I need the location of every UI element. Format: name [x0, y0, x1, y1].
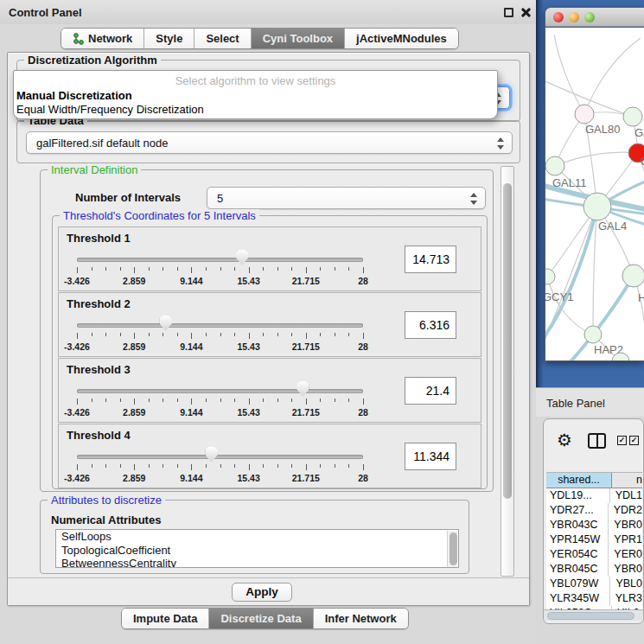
settings-scrollbar[interactable] [501, 166, 514, 577]
scrollbar-thumb[interactable] [450, 532, 457, 565]
table-row[interactable]: YDR27...YDR2 [546, 503, 642, 518]
slider[interactable]: -3.4262.8599.14415.4321.71528 [59, 445, 400, 488]
table-cell[interactable]: YDL19... [546, 488, 610, 503]
threshold-value-field[interactable]: 6.316 [405, 311, 456, 339]
threshold-value-field[interactable]: 21.4 [405, 377, 456, 405]
network-node[interactable] [575, 105, 594, 124]
table-row[interactable]: YPR145WYPR1 [546, 532, 642, 547]
table-cell[interactable]: YDR27... [546, 503, 609, 518]
table-row[interactable]: YLR345WYLR3 [546, 591, 642, 606]
attribute-item[interactable]: TopologicalCoefficient [56, 544, 458, 558]
slider-tick [163, 333, 163, 336]
column-layout-icon[interactable] [588, 433, 606, 449]
tab-infer-network[interactable]: Infer Network [314, 609, 408, 628]
threshold-value-field[interactable]: 11.344 [405, 443, 456, 470]
node-table: shared... n YDL19...YDL1YDR27...YDR2YBR0… [546, 472, 642, 609]
network-node[interactable] [623, 107, 642, 126]
table-cell[interactable]: YDR2 [609, 503, 642, 518]
tab-impute-data[interactable]: Impute Data [122, 609, 209, 628]
slider-tick [277, 333, 278, 336]
table-row[interactable]: YDL19...YDL1 [546, 488, 642, 503]
tab-jactivemnodules[interactable]: jActiveMNodules [345, 29, 458, 48]
minimize-traffic-icon[interactable] [569, 12, 579, 22]
dropdown-option-equal-width[interactable]: Equal Width/Frequency Discretization [16, 103, 204, 116]
tab-network[interactable]: Network [61, 29, 144, 48]
dropdown-option-manual[interactable]: Manual Discretization [16, 89, 132, 102]
slider-track[interactable] [77, 323, 363, 328]
table-cell[interactable]: YDL1 [610, 488, 642, 503]
slider-handle[interactable] [236, 250, 248, 265]
column-header-name[interactable]: n [612, 473, 642, 488]
slider-tick [291, 333, 292, 336]
float-window-icon[interactable] [504, 8, 513, 17]
close-icon[interactable] [520, 7, 531, 18]
list-scrollbar[interactable] [447, 531, 457, 568]
table-cell[interactable]: YBR043C [546, 518, 609, 532]
tab-style[interactable]: Style [144, 29, 194, 48]
close-traffic-icon[interactable] [553, 12, 564, 22]
slider-handle[interactable] [296, 381, 309, 397]
slider-track[interactable] [77, 258, 363, 262]
slider[interactable]: -3.4262.8599.14415.4321.71528 [59, 314, 400, 357]
checkbox-icon[interactable]: ✓ [629, 436, 639, 445]
table-row[interactable]: YBR045CYBR0 [546, 562, 642, 577]
attribute-item[interactable]: SelfLoops [56, 530, 458, 544]
scrollbar-thumb[interactable] [547, 612, 634, 620]
table-cell[interactable]: YBR045C [546, 562, 609, 577]
table-hscrollbar[interactable] [544, 609, 643, 621]
slider[interactable]: -3.4262.8599.14415.4321.71528 [59, 248, 400, 291]
apply-button[interactable]: Apply [232, 583, 292, 602]
slider-tick [220, 267, 221, 271]
network-edge[interactable] [554, 35, 584, 114]
table-row[interactable]: YBL079WYBL0 [546, 577, 642, 591]
table-cell[interactable]: YER0 [609, 547, 642, 562]
attribute-item[interactable]: BetweennessCentrality [56, 557, 458, 568]
threshold-value-field[interactable]: 14.713 [405, 245, 456, 273]
table-cell[interactable]: YBL079W [546, 577, 610, 591]
scrollbar-thumb[interactable] [503, 183, 512, 499]
checkbox-icon[interactable]: ✓ [617, 436, 627, 445]
tab-discretize-data[interactable]: Discretize Data [209, 609, 313, 628]
numerical-attributes-list[interactable]: SelfLoopsTopologicalCoefficientBetweenne… [55, 529, 459, 568]
slider-handle[interactable] [206, 447, 218, 462]
table-data-combobox[interactable]: galFiltered.sif default node [26, 131, 513, 154]
combo-arrows-icon [497, 137, 505, 150]
table-cell[interactable]: YER054C [546, 547, 609, 562]
slider-track[interactable] [77, 455, 363, 459]
table-cell[interactable]: YLR345W [546, 591, 610, 606]
slider-track[interactable] [77, 389, 363, 393]
table-cell[interactable]: YBL0 [610, 577, 642, 591]
group-title: Discretization Algorithm [24, 54, 161, 67]
network-node[interactable] [622, 265, 644, 287]
slider-tick [234, 399, 235, 402]
table-cell[interactable]: YLR3 [610, 591, 642, 606]
table-cell[interactable]: YBR0 [609, 518, 642, 532]
slider-handle[interactable] [160, 316, 172, 331]
network-canvas[interactable]: GAL80GACGAL11GAL4GCY1HHAP2 [545, 28, 644, 361]
control-panel: Control Panel Network Style Select Cyni … [0, 0, 536, 644]
slider-scale-label: 15.43 [237, 473, 259, 483]
gear-icon[interactable]: ⚙ [557, 431, 572, 449]
table-cell[interactable]: YPR145W [546, 532, 609, 547]
table-cell[interactable]: YBR0 [609, 562, 642, 577]
table-row[interactable]: YER054CYER0 [546, 547, 642, 562]
node-label: C [641, 155, 644, 168]
network-edge[interactable] [555, 152, 638, 166]
slider-scale-label: 28 [358, 407, 368, 418]
table-row[interactable]: YBR043CYBR0 [546, 518, 642, 532]
threshold-panel-1: Threshold 1 -3.4262.8599.14415.4321.7152… [58, 226, 481, 291]
column-header-shared[interactable]: shared... [546, 473, 612, 488]
slider[interactable]: -3.4262.8599.14415.4321.71528 [59, 379, 400, 423]
network-node[interactable] [545, 156, 564, 175]
table-cell[interactable]: YPR1 [609, 532, 642, 547]
tab-select[interactable]: Select [194, 29, 251, 48]
network-edge[interactable] [584, 38, 641, 114]
network-node[interactable] [584, 326, 602, 343]
slider-tick [77, 333, 78, 339]
tab-cyni-toolbox[interactable]: Cyni Toolbox [252, 29, 345, 48]
network-node[interactable] [545, 269, 555, 284]
number-of-intervals-combobox[interactable]: 5 [207, 187, 486, 209]
zoom-traffic-icon[interactable] [584, 12, 595, 22]
network-node[interactable] [583, 193, 611, 220]
slider-tick [134, 333, 135, 339]
